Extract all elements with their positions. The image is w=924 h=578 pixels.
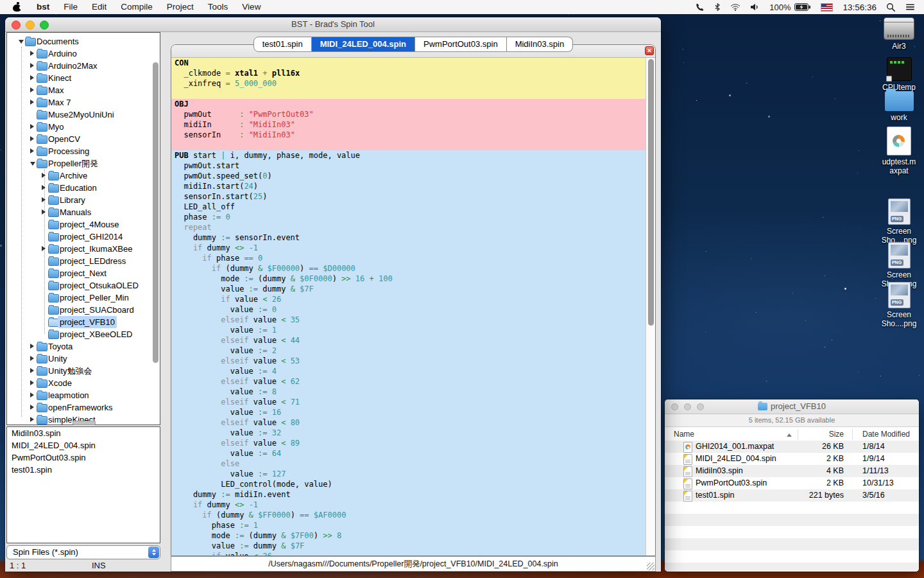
- code-line[interactable]: value := 127: [171, 469, 646, 479]
- finder-row-MIDI_24LED_004.spin[interactable]: MIDI_24LED_004.spin2 KB1/9/14: [665, 453, 919, 465]
- phone-icon[interactable]: [696, 3, 705, 12]
- input-source-flag-icon[interactable]: [821, 3, 833, 12]
- tree-item-Myo[interactable]: Myo: [7, 121, 160, 133]
- file-list-item[interactable]: PwmPortOut03.spin: [7, 451, 160, 464]
- tree-scrollbar-thumb[interactable]: [153, 62, 158, 363]
- code-line[interactable]: LED_control(mode, value): [171, 479, 646, 489]
- file-list-item[interactable]: MidiIn03.spin: [7, 427, 160, 439]
- tree-item-leapmotion[interactable]: leapmotion: [7, 389, 160, 401]
- tree-item-Muse2MyoUniUni[interactable]: Muse2MyoUniUni: [7, 109, 160, 121]
- finder-title-bar[interactable]: project_VFB10: [665, 399, 919, 414]
- tree-item-Unity[interactable]: Unity: [7, 353, 160, 365]
- disclosure-closed-icon[interactable]: [42, 173, 46, 178]
- tree-item-Max 7[interactable]: Max 7: [7, 96, 160, 109]
- disclosure-closed-icon[interactable]: [30, 392, 34, 398]
- code-line[interactable]: elseif value < 71: [171, 397, 646, 407]
- disclosure-closed-icon[interactable]: [42, 246, 46, 251]
- menu-file[interactable]: File: [56, 0, 85, 14]
- finder-row-test01.spin[interactable]: test01.spin221 bytes3/5/16: [665, 489, 919, 502]
- minimize-button[interactable]: [26, 21, 35, 30]
- desktop-icon-CPUtemp[interactable]: CPUtemp: [874, 57, 924, 92]
- code-line[interactable]: value := 1: [171, 325, 646, 335]
- spotlight-search-icon[interactable]: [886, 3, 896, 12]
- code-line[interactable]: elseif value < 53: [171, 356, 646, 366]
- spin-file-list[interactable]: MidiIn03.spinMIDI_24LED_004.spinPwmPortO…: [6, 426, 160, 543]
- tree-item-project_SUACboard[interactable]: project_SUACboard: [7, 304, 160, 316]
- menu-bst[interactable]: bst: [30, 0, 56, 14]
- menu-compile[interactable]: Compile: [114, 0, 160, 14]
- tree-item-Documents[interactable]: Documents: [7, 35, 160, 48]
- code-line[interactable]: if phase == 0: [171, 253, 646, 263]
- disclosure-closed-icon[interactable]: [30, 380, 34, 385]
- tree-item-project_4Mouse[interactable]: project_4Mouse: [7, 218, 160, 231]
- disclosure-closed-icon[interactable]: [30, 368, 34, 373]
- code-line[interactable]: CON: [171, 58, 646, 68]
- resize-grip-icon[interactable]: [647, 563, 654, 570]
- tab-test01.spin[interactable]: test01.spin: [253, 37, 312, 52]
- disclosure-closed-icon[interactable]: [42, 209, 46, 215]
- tree-item-Kinect[interactable]: Kinect: [7, 72, 160, 84]
- battery-icon[interactable]: [794, 3, 811, 11]
- code-line[interactable]: elseif value < 80: [171, 417, 646, 428]
- finder-row-MidiIn03.spin[interactable]: MidiIn03.spin4 KB1/11/13: [665, 465, 919, 477]
- column-header-name[interactable]: Name: [674, 427, 694, 442]
- code-line[interactable]: dummy := midiIn.event: [171, 489, 646, 500]
- tree-item-openFrameworks[interactable]: openFrameworks: [7, 401, 160, 414]
- code-line[interactable]: if value < 26: [171, 294, 646, 304]
- disclosure-closed-icon[interactable]: [30, 100, 34, 105]
- tree-item-project_XBeeOLED[interactable]: project_XBeeOLED: [7, 328, 160, 340]
- tree-item-Toyota[interactable]: Toyota: [7, 340, 160, 353]
- zoom-button[interactable]: [40, 21, 49, 30]
- finder-row-PwmPortOut03.spin[interactable]: PwmPortOut03.spin2 KB10/31/13: [665, 477, 919, 489]
- disclosure-closed-icon[interactable]: [30, 63, 34, 68]
- disclosure-closed-icon[interactable]: [30, 136, 34, 141]
- disclosure-closed-icon[interactable]: [42, 197, 46, 202]
- disclosure-closed-icon[interactable]: [42, 185, 46, 190]
- code-line[interactable]: sensorIn.start(25): [171, 191, 646, 202]
- code-line[interactable]: if value < 26: [171, 551, 646, 556]
- code-line[interactable]: elseif value < 89: [171, 438, 646, 448]
- tree-item-OpenCV[interactable]: OpenCV: [7, 133, 160, 145]
- column-header-date-modified[interactable]: Date Modified: [862, 427, 910, 442]
- code-line[interactable]: phase := 1: [171, 520, 646, 530]
- menu-edit[interactable]: Edit: [85, 0, 114, 14]
- column-separator[interactable]: [852, 429, 853, 440]
- disclosure-closed-icon[interactable]: [30, 124, 34, 129]
- code-line[interactable]: repeat: [171, 222, 646, 232]
- column-separator[interactable]: [798, 429, 798, 440]
- code-line[interactable]: elseif value < 44: [171, 335, 646, 346]
- finder-minimize-button[interactable]: [684, 403, 691, 410]
- tree-scrollbar[interactable]: [152, 35, 159, 422]
- file-tree[interactable]: DocumentsArduinoArduino2MaxKinectMaxMax …: [6, 32, 160, 425]
- tree-item-project_Next[interactable]: project_Next: [7, 267, 160, 279]
- finder-zoom-button[interactable]: [697, 403, 704, 410]
- file-list-item[interactable]: MIDI_24LED_004.spin: [7, 439, 160, 451]
- code-line[interactable]: dummy := sensorIn.event: [171, 232, 646, 243]
- tab-MidiIn03.spin[interactable]: MidiIn03.spin: [507, 37, 574, 52]
- disclosure-closed-icon[interactable]: [30, 344, 34, 349]
- code-line[interactable]: if (dummy & $F00000) == $D00000: [171, 263, 646, 274]
- code-line[interactable]: _xinfreq = 5_000_000: [171, 78, 646, 89]
- code-line[interactable]: value := 2: [171, 346, 646, 356]
- code-line[interactable]: if (dummy & $FF0000) == $AF0000: [171, 510, 646, 520]
- tree-item-Unity勉強会[interactable]: Unity勉強会: [7, 365, 160, 377]
- desktop-icon-udptest.maxpat[interactable]: udptest.m axpat: [874, 127, 924, 175]
- tree-item-Education[interactable]: Education: [7, 182, 160, 194]
- desktop-icon-Air3[interactable]: Air3: [874, 17, 924, 51]
- code-line[interactable]: value := 64: [171, 448, 646, 459]
- file-list-item[interactable]: test01.spin: [7, 464, 160, 476]
- tree-item-project_Peller_Min[interactable]: project_Peller_Min: [7, 292, 160, 304]
- code-line[interactable]: value := dummy & $7F: [171, 284, 646, 294]
- code-line[interactable]: [171, 89, 646, 99]
- menu-project[interactable]: Project: [160, 0, 201, 14]
- code-line[interactable]: value := 8: [171, 387, 646, 397]
- tree-item-Arduino2Max[interactable]: Arduino2Max: [7, 60, 160, 72]
- tree-item-Archive[interactable]: Archive: [7, 170, 160, 182]
- desktop-icon-ScreenSho....png[interactable]: Screen Sho....png: [874, 198, 924, 245]
- bluetooth-icon[interactable]: [714, 3, 721, 12]
- disclosure-open-icon[interactable]: [19, 40, 24, 44]
- code-line[interactable]: midiIn : "MidiIn03": [171, 119, 646, 130]
- tree-item-project_IkumaXBee[interactable]: project_IkumaXBee: [7, 243, 160, 255]
- disclosure-closed-icon[interactable]: [30, 75, 34, 80]
- editor-scrollbar[interactable]: [646, 58, 655, 556]
